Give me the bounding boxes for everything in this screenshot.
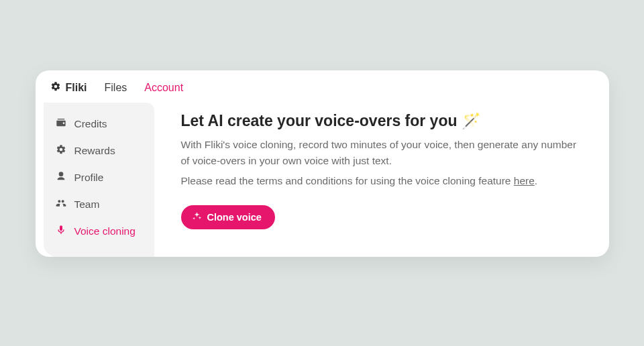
terms-prefix: Please read the terms and conditions for… [181,175,514,186]
button-label: Clone voice [207,212,262,223]
topbar: Fliki Files Account [36,70,609,103]
terms-link[interactable]: here [514,175,535,186]
user-icon [56,171,66,184]
sparkle-icon [192,211,202,223]
group-icon [56,198,66,211]
sidebar-item-profile[interactable]: Profile [44,164,154,191]
terms-suffix: . [535,175,537,186]
sidebar-item-rewards[interactable]: Rewards [44,137,154,164]
sidebar-item-label: Credits [74,118,107,130]
gear-icon [56,144,66,158]
clone-voice-button[interactable]: Clone voice [181,205,275,229]
wallet-icon [56,117,66,131]
sidebar: Credits Rewards Profile Team [44,103,154,257]
sidebar-item-voice-cloning[interactable]: Voice cloning [44,218,154,245]
sidebar-item-label: Team [74,198,100,211]
nav-account[interactable]: Account [144,82,183,94]
description: With Fliki's voice cloning, record two m… [181,137,582,169]
terms-line: Please read the terms and conditions for… [181,173,582,189]
page-title: Let AI create your voice-overs for you 🪄 [181,112,582,130]
body: Credits Rewards Profile Team [36,103,609,257]
sidebar-item-label: Profile [74,172,104,184]
sidebar-item-team[interactable]: Team [44,191,154,218]
brand[interactable]: Fliki [50,81,87,95]
mic-icon [56,225,66,238]
sidebar-item-label: Rewards [74,145,115,157]
sidebar-item-credits[interactable]: Credits [44,111,154,137]
main-content: Let AI create your voice-overs for you 🪄… [154,103,609,257]
gear-icon [50,81,61,95]
app-card: Fliki Files Account Credits Rewards [36,70,609,257]
sidebar-item-label: Voice cloning [74,225,136,237]
brand-name: Fliki [66,82,87,94]
nav-files[interactable]: Files [105,82,127,94]
